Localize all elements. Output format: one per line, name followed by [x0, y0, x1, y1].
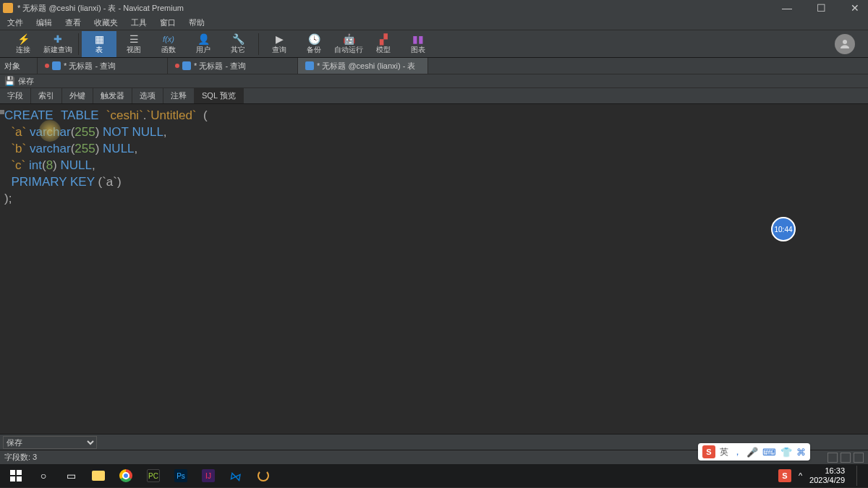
doc-tab-3[interactable]: * 无标题 @ceshi (lianxi) - 表 [298, 58, 428, 74]
menu-window[interactable]: 窗口 [160, 17, 176, 28]
svg-point-0 [843, 40, 847, 44]
intellij-button[interactable]: IJ [195, 466, 221, 486]
query-tab-icon [52, 61, 61, 70]
ime-keyboard-icon[interactable]: ⌨ [762, 447, 776, 458]
save-button[interactable]: 保存 [18, 76, 34, 87]
photoshop-button[interactable]: Ps [168, 466, 194, 486]
gutter-marker-icon [0, 110, 4, 114]
tb-view-label: 视图 [127, 45, 141, 55]
sql-punc: ) [95, 142, 103, 155]
chart-icon: ▮▮ [412, 33, 425, 45]
subtabs: 字段 索引 外键 触发器 选项 注释 SQL 预览 [0, 88, 868, 104]
sql-punc: ( [197, 108, 208, 122]
plug-icon: ⚡ [17, 33, 30, 45]
other-icon: 🔧 [231, 33, 244, 45]
sogou-tray-icon[interactable]: S [778, 469, 791, 482]
start-button[interactable] [3, 466, 29, 486]
tb-autorun[interactable]: 🤖自动运行 [331, 31, 366, 57]
menu-edit[interactable]: 编辑 [36, 17, 52, 28]
maximize-button[interactable]: ☐ [811, 2, 832, 14]
sql-kw: NOT [103, 125, 129, 139]
ime-skin-icon[interactable]: 👕 [780, 447, 792, 458]
ime-mic-icon[interactable]: 🎤 [746, 447, 758, 458]
action-select[interactable]: 保存 [3, 436, 97, 449]
tb-newquery[interactable]: ✚新建查询 [41, 31, 75, 57]
sql-editor[interactable]: CREATE TABLE `ceshi`.`Untitled` ( `a` va… [0, 104, 868, 434]
tray-chevron-up-icon[interactable]: ^ [799, 471, 802, 480]
statusbar-icon-1[interactable] [827, 453, 838, 463]
tb-backup[interactable]: 🕓备份 [297, 31, 331, 57]
tb-table[interactable]: ▦表 [82, 31, 116, 57]
sql-kw: NULL [61, 158, 92, 172]
dirty-dot-icon [45, 64, 49, 68]
app-icon [3, 3, 13, 13]
divider [258, 33, 259, 55]
tb-query-label: 查询 [272, 45, 286, 55]
sql-kw: NULL [103, 142, 134, 155]
subtab-comments[interactable]: 注释 [163, 88, 195, 103]
navicat-icon [258, 470, 269, 481]
save-bar: 💾 保存 [0, 74, 868, 88]
sql-punc: ) [53, 158, 60, 172]
subtab-fields[interactable]: 字段 [0, 88, 31, 103]
doc-tab-2[interactable]: * 无标题 - 查询 [168, 58, 298, 74]
avatar[interactable] [835, 34, 855, 54]
menu-view[interactable]: 查看 [65, 17, 81, 28]
navicat-button[interactable] [250, 466, 276, 486]
doc-tab-1[interactable]: * 无标题 - 查询 [38, 58, 168, 74]
menu-help[interactable]: 帮助 [189, 17, 205, 28]
sql-kw: KEY [70, 175, 95, 189]
menu-tools[interactable]: 工具 [131, 17, 147, 28]
close-button[interactable]: ✕ [845, 2, 865, 14]
doc-tab-1-label: * 无标题 - 查询 [64, 61, 116, 72]
subtab-foreignkeys[interactable]: 外键 [62, 88, 93, 103]
window-title: * 无标题 @ceshi (lianxi) - 表 - Navicat Prem… [17, 3, 776, 14]
subtab-triggers[interactable]: 触发器 [93, 88, 132, 103]
sql-ident: `a` [4, 125, 30, 139]
sql-punc: , [135, 142, 138, 155]
chrome-icon [119, 469, 132, 482]
tb-autorun-label: 自动运行 [334, 45, 363, 55]
subtab-sqlpreview[interactable]: SQL 预览 [195, 88, 244, 103]
minimize-button[interactable]: — [776, 2, 798, 14]
tb-query[interactable]: ▶查询 [262, 31, 297, 57]
vscode-button[interactable]: ⋈ [223, 466, 249, 486]
svg-rect-1 [10, 470, 15, 475]
menu-file[interactable]: 文件 [7, 17, 23, 28]
sql-punc: ) [95, 125, 103, 139]
tb-user[interactable]: 👤用户 [186, 31, 221, 57]
robot-icon: 🤖 [342, 33, 355, 45]
statusbar-icon-3[interactable] [854, 453, 864, 463]
clock-date: 2023/4/29 [809, 476, 845, 485]
tb-chart[interactable]: ▮▮图表 [401, 31, 435, 57]
show-desktop-button[interactable] [856, 466, 861, 486]
tb-function[interactable]: f(x)函数 [151, 31, 186, 57]
cortana-button[interactable]: ○ [30, 466, 56, 486]
ime-toolbox-icon[interactable]: ⌘ [796, 447, 806, 458]
vscode-icon: ⋈ [229, 468, 242, 483]
plus-icon: ✚ [51, 33, 64, 45]
tb-view[interactable]: ☰视图 [116, 31, 151, 57]
side-label[interactable]: 对象 [0, 58, 38, 74]
ime-toolbar[interactable]: S 英 ， 🎤 ⌨ 👕 ⌘ [698, 443, 810, 461]
tb-connect[interactable]: ⚡连接 [6, 31, 41, 57]
pycharm-button[interactable]: PC [140, 466, 166, 486]
statusbar-icon-2[interactable] [841, 453, 851, 463]
pycharm-icon: PC [147, 469, 160, 482]
clock[interactable]: 16:33 2023/4/29 [809, 466, 845, 485]
explorer-button[interactable] [85, 466, 111, 486]
svg-rect-2 [17, 470, 22, 475]
chrome-button[interactable] [113, 466, 139, 486]
sql-kw: NULL [132, 125, 163, 139]
tb-model[interactable]: ▞模型 [366, 31, 401, 57]
menu-fav[interactable]: 收藏夹 [94, 17, 118, 28]
recording-timer-badge: 10:44 [771, 217, 796, 241]
ime-punct-icon[interactable]: ， [733, 445, 742, 458]
tb-other[interactable]: 🔧其它 [221, 31, 255, 57]
photoshop-icon: Ps [174, 469, 187, 482]
subtab-indexes[interactable]: 索引 [31, 88, 62, 103]
subtab-options[interactable]: 选项 [132, 88, 163, 103]
taskview-button[interactable]: ▭ [58, 466, 84, 486]
ime-lang[interactable]: 英 [720, 446, 728, 458]
clock-time: 16:33 [809, 466, 845, 476]
